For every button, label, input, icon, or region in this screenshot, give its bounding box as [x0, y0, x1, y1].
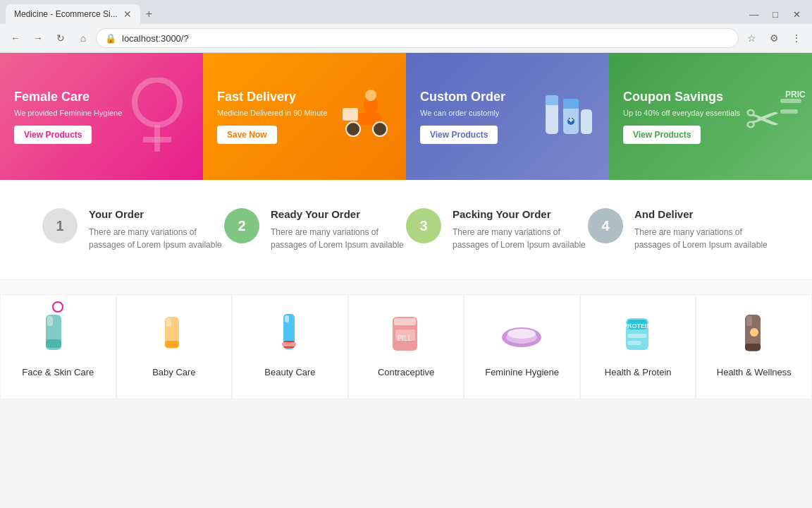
- svg-rect-33: [394, 318, 416, 325]
- bookmark-button[interactable]: ☆: [742, 28, 761, 48]
- face-skin-icon-wrapper: [33, 309, 82, 358]
- page-content: Female Care We provided Feminine Hygiene…: [0, 53, 812, 421]
- banner-custom-order: Custom Order We can order customly View …: [406, 53, 609, 180]
- banner-delivery-subtitle: Medicine Delivered in 90 Minute: [217, 109, 392, 117]
- browser-chrome: Medicine - Ecommerce Si... ✕ + — □ ✕ ← →…: [0, 0, 812, 53]
- url-text: localhost:3000/?: [122, 33, 730, 44]
- baby-care-icon-wrapper: [149, 309, 199, 358]
- banners-section: Female Care We provided Feminine Hygiene…: [0, 53, 812, 180]
- back-button[interactable]: ←: [6, 28, 25, 48]
- step-1-circle: 1: [42, 208, 78, 243]
- svg-point-21: [53, 302, 63, 312]
- category-health-protein[interactable]: PROTEIN Health & Protein: [580, 294, 696, 399]
- step-4-description: There are many variations of passages of…: [634, 226, 770, 251]
- banner-coupon-title: Coupon Savings: [623, 90, 798, 104]
- bottom-area: [0, 399, 812, 421]
- menu-button[interactable]: ⋮: [787, 28, 806, 48]
- active-tab[interactable]: Medicine - Ecommerce Si... ✕: [6, 4, 140, 24]
- svg-rect-42: [627, 334, 647, 338]
- banner-female-subtitle: We provided Feminine Hygiene: [14, 109, 189, 117]
- category-beauty-care[interactable]: Beauty Care: [232, 294, 348, 399]
- contraceptive-icon: PILL: [387, 311, 426, 357]
- window-controls: — □ ✕: [744, 4, 806, 24]
- svg-rect-29: [285, 315, 289, 322]
- banner-delivery-title: Fast Delivery: [217, 90, 392, 104]
- svg-rect-31: [282, 342, 296, 346]
- step-2-circle: 2: [224, 208, 259, 243]
- banner-custom-content: Custom Order We can order customly View …: [420, 90, 595, 144]
- banner-female-title: Female Care: [14, 90, 189, 104]
- contraceptive-label: Contraceptive: [378, 367, 434, 377]
- step-2-title: Ready Your Order: [271, 208, 406, 220]
- banner-coupon-savings: Coupon Savings Up to 40% off everyday es…: [609, 53, 812, 180]
- new-tab-button[interactable]: +: [140, 5, 158, 23]
- minimize-button[interactable]: —: [744, 4, 764, 24]
- banner-coupon-content: Coupon Savings Up to 40% off everyday es…: [623, 90, 798, 144]
- health-protein-label: Health & Protein: [605, 367, 672, 377]
- svg-rect-27: [165, 341, 179, 348]
- extensions-button[interactable]: ⚙: [764, 28, 784, 48]
- feminine-hygiene-label: Feminine Hygiene: [485, 367, 559, 377]
- address-bar[interactable]: 🔒 localhost:3000/?: [96, 28, 739, 48]
- refresh-button[interactable]: ↻: [51, 28, 70, 48]
- categories-row: Face & Skin Care Baby Care: [0, 294, 812, 399]
- banner-delivery-content: Fast Delivery Medicine Delivered in 90 M…: [217, 90, 392, 144]
- banner-coupon-btn[interactable]: View Products: [623, 126, 701, 144]
- steps-section: 1 Your Order There are many variations o…: [0, 180, 812, 279]
- contraceptive-icon-wrapper: PILL: [381, 309, 431, 358]
- forward-button[interactable]: →: [28, 28, 48, 48]
- step-1-title: Your Order: [89, 208, 224, 220]
- categories-section: Face & Skin Care Baby Care: [0, 279, 812, 399]
- banner-female-content: Female Care We provided Feminine Hygiene…: [14, 90, 189, 144]
- banner-female-care: Female Care We provided Feminine Hygiene…: [0, 53, 203, 180]
- step-2-description: There are many variations of passages of…: [271, 226, 406, 251]
- step-3: 3 Packing Your Order There are many vari…: [406, 208, 588, 251]
- svg-rect-43: [627, 341, 641, 345]
- category-face-skin[interactable]: Face & Skin Care: [0, 294, 116, 399]
- step-3-title: Packing Your Order: [453, 208, 588, 220]
- category-baby-care[interactable]: Baby Care: [116, 294, 233, 399]
- feminine-hygiene-icon: [499, 313, 545, 355]
- step-1-text: Your Order There are many variations of …: [89, 208, 224, 251]
- step-4: 4 And Deliver There are many variations …: [588, 208, 770, 251]
- face-skin-icon: [39, 311, 78, 357]
- svg-rect-35: [395, 329, 415, 341]
- step-3-text: Packing Your Order There are many variat…: [453, 208, 588, 251]
- step-4-circle: 4: [588, 208, 623, 243]
- banner-delivery-btn[interactable]: Save Now: [217, 126, 277, 144]
- baby-care-icon: [156, 311, 192, 357]
- health-wellness-icon-wrapper: [730, 309, 779, 358]
- category-feminine-hygiene[interactable]: Feminine Hygiene: [464, 294, 580, 399]
- browser-controls: ← → ↻ ⌂ 🔒 localhost:3000/? ☆ ⚙ ⋮: [0, 24, 812, 52]
- beauty-care-icon-wrapper: [265, 309, 314, 358]
- banner-coupon-subtitle: Up to 40% off everyday essentials: [623, 109, 798, 117]
- health-wellness-label: Health & Wellness: [717, 367, 792, 377]
- category-contraceptive[interactable]: PILL Contraceptive: [348, 294, 465, 399]
- svg-rect-26: [166, 318, 171, 327]
- svg-point-47: [750, 328, 758, 337]
- svg-text:PROTEIN: PROTEIN: [623, 322, 651, 329]
- banner-delivery: Fast Delivery Medicine Delivered in 90 M…: [203, 53, 406, 180]
- circle-indicator-icon: [51, 301, 64, 313]
- step-3-circle: 3: [406, 208, 441, 243]
- svg-rect-23: [47, 316, 53, 326]
- step-4-title: And Deliver: [634, 208, 770, 220]
- banner-female-btn[interactable]: View Products: [14, 126, 92, 144]
- home-button[interactable]: ⌂: [73, 28, 93, 48]
- step-2-text: Ready Your Order There are many variatio…: [271, 208, 406, 251]
- health-wellness-icon: [737, 311, 772, 357]
- beauty-care-label: Beauty Care: [264, 367, 315, 377]
- svg-point-38: [508, 329, 536, 339]
- banner-custom-btn[interactable]: View Products: [420, 126, 498, 144]
- tab-close-button[interactable]: ✕: [123, 8, 132, 20]
- category-health-wellness[interactable]: Health & Wellness: [696, 294, 812, 399]
- feminine-hygiene-icon-wrapper: [498, 309, 547, 358]
- health-protein-icon: PROTEIN: [619, 311, 658, 357]
- maximize-button[interactable]: □: [765, 4, 785, 24]
- close-button[interactable]: ✕: [787, 4, 806, 24]
- step-3-description: There are many variations of passages of…: [453, 226, 588, 251]
- step-2: 2 Ready Your Order There are many variat…: [224, 208, 406, 251]
- beauty-care-icon: [271, 311, 309, 357]
- banner-custom-title: Custom Order: [420, 90, 595, 104]
- svg-rect-45: [746, 316, 752, 326]
